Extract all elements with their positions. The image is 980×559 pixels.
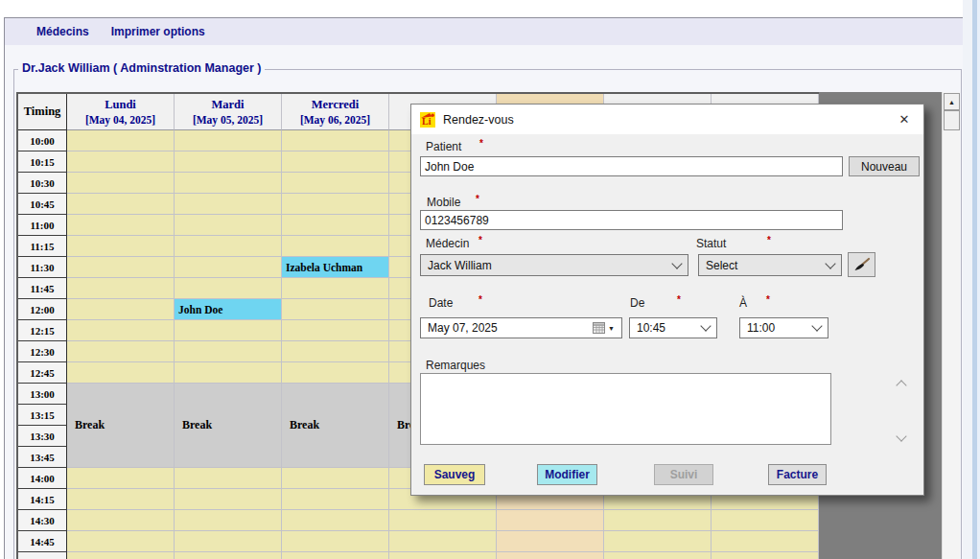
appointment-cell[interactable]: John Doe — [175, 299, 282, 320]
scrollbar-up-button[interactable]: ▲ — [944, 93, 960, 110]
schedule-slot[interactable] — [67, 194, 175, 215]
schedule-slot[interactable] — [282, 489, 389, 510]
schedule-slot[interactable] — [282, 510, 389, 531]
chevron-down-icon — [671, 258, 682, 268]
schedule-slot[interactable] — [282, 362, 389, 384]
schedule-slot[interactable] — [282, 215, 389, 236]
paintbrush-icon — [852, 257, 871, 272]
calendar-dropdown-button[interactable]: ▼ — [593, 322, 615, 334]
time-label: 13:15 — [18, 405, 67, 426]
schedule-slot[interactable] — [67, 341, 175, 362]
schedule-slot[interactable] — [389, 552, 497, 559]
menu-imprimer-options[interactable]: Imprimer options — [111, 25, 205, 38]
schedule-slot[interactable] — [497, 531, 604, 552]
a-time-select[interactable]: 11:00 — [739, 317, 828, 338]
schedule-slot[interactable] — [175, 341, 282, 362]
modifier-button[interactable]: Modifier — [537, 464, 597, 485]
schedule-slot[interactable] — [604, 552, 712, 559]
statut-select[interactable]: Select — [698, 254, 842, 276]
schedule-slot[interactable] — [67, 320, 175, 341]
schedule-slot[interactable] — [497, 510, 604, 531]
schedule-slot[interactable] — [67, 531, 175, 552]
schedule-slot[interactable] — [389, 531, 497, 552]
schedule-slot[interactable] — [67, 130, 175, 151]
schedule-slot[interactable] — [67, 173, 175, 194]
schedule-slot[interactable] — [67, 236, 175, 257]
mobile-input[interactable] — [420, 210, 843, 230]
schedule-slot[interactable] — [497, 552, 604, 559]
schedule-slot[interactable] — [282, 278, 389, 299]
schedule-slot[interactable] — [604, 510, 712, 531]
schedule-slot[interactable] — [389, 510, 497, 531]
schedule-slot[interactable] — [67, 510, 175, 531]
schedule-slot[interactable] — [712, 531, 819, 552]
patient-required-mark: * — [479, 138, 483, 149]
schedule-slot[interactable] — [175, 489, 282, 510]
schedule-slot[interactable] — [67, 215, 175, 236]
schedule-slot[interactable] — [175, 173, 282, 194]
schedule-slot[interactable] — [175, 468, 282, 489]
schedule-slot[interactable] — [67, 299, 175, 320]
schedule-slot[interactable] — [282, 194, 389, 215]
schedule-slot[interactable] — [282, 299, 389, 320]
facture-button[interactable]: Facture — [768, 464, 827, 485]
vertical-scrollbar[interactable]: ▲ — [942, 92, 960, 559]
medecin-select[interactable]: Jack William — [420, 254, 688, 276]
de-time-select[interactable]: 10:45 — [629, 317, 717, 338]
schedule-slot[interactable] — [175, 130, 282, 151]
appointment-cell[interactable]: Izabela Uchman — [282, 257, 389, 278]
schedule-slot[interactable] — [175, 194, 282, 215]
schedule-slot[interactable] — [282, 552, 389, 559]
schedule-slot[interactable] — [282, 468, 389, 489]
schedule-slot[interactable] — [175, 531, 282, 552]
schedule-slot[interactable] — [282, 130, 389, 151]
textarea-scroll-up-icon — [896, 380, 906, 390]
schedule-slot[interactable] — [604, 531, 712, 552]
schedule-slot[interactable] — [175, 278, 282, 299]
menu-medecins[interactable]: Médecins — [36, 25, 89, 38]
schedule-slot[interactable] — [67, 489, 175, 510]
menu-bar: Médecins Imprimer options — [5, 18, 963, 45]
schedule-slot[interactable] — [712, 552, 819, 559]
schedule-slot[interactable] — [282, 151, 389, 173]
schedule-slot[interactable] — [282, 173, 389, 194]
patient-input[interactable] — [420, 156, 843, 176]
time-label: 10:15 — [18, 151, 67, 173]
medecin-required-mark: * — [478, 235, 482, 245]
date-value: May 07, 2025 — [428, 321, 498, 335]
remarques-textarea[interactable] — [420, 373, 831, 445]
schedule-slot[interactable] — [175, 362, 282, 384]
close-icon[interactable]: ✕ — [894, 112, 915, 127]
schedule-slot[interactable] — [67, 278, 175, 299]
schedule-slot[interactable] — [175, 552, 282, 559]
schedule-slot[interactable] — [67, 151, 175, 173]
schedule-slot[interactable] — [282, 341, 389, 362]
dialog-title-bar[interactable]: Li Rendez-vous ✕ — [411, 105, 923, 134]
date-picker[interactable]: May 07, 2025 ▼ — [420, 317, 622, 338]
dialog-title: Rendez-vous — [443, 113, 514, 127]
schedule-slot[interactable] — [67, 362, 175, 384]
mobile-required-mark: * — [476, 194, 479, 204]
schedule-slot[interactable] — [175, 320, 282, 341]
color-brush-button[interactable] — [848, 252, 875, 277]
time-label: 13:00 — [18, 384, 67, 405]
day-name: Mardi — [211, 97, 244, 113]
schedule-slot[interactable] — [175, 236, 282, 257]
schedule-slot[interactable] — [282, 531, 389, 552]
schedule-slot[interactable] — [282, 236, 389, 257]
schedule-slot[interactable] — [712, 510, 819, 531]
nouveau-button[interactable]: Nouveau — [849, 156, 920, 176]
schedule-slot[interactable] — [67, 552, 175, 559]
schedule-slot[interactable] — [175, 510, 282, 531]
date-required-mark: * — [478, 294, 482, 305]
schedule-slot[interactable] — [282, 320, 389, 341]
schedule-slot[interactable] — [67, 468, 175, 489]
schedule-slot[interactable] — [175, 215, 282, 236]
schedule-slot[interactable] — [67, 257, 175, 278]
de-label: De — [630, 296, 644, 310]
schedule-slot[interactable] — [175, 151, 282, 173]
scrollbar-thumb[interactable] — [944, 110, 960, 130]
sauveg-button[interactable]: Sauveg — [424, 464, 485, 485]
schedule-slot[interactable] — [175, 257, 282, 278]
time-label: 12:30 — [18, 341, 67, 362]
